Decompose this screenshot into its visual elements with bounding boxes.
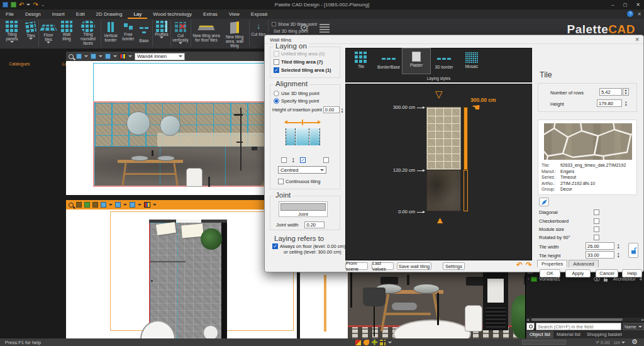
settings-button[interactable]: Settings	[443, 262, 465, 270]
module-size-option[interactable]: Module size	[539, 226, 599, 232]
ribbon-vertical-border-button[interactable]: Vertical border	[102, 19, 119, 42]
viewport-elevation[interactable]: Wand4 innen	[66, 52, 297, 195]
rotated-90-checkbox[interactable]	[594, 235, 599, 240]
chevron-down-icon[interactable]	[109, 204, 113, 206]
laying-refers-option[interactable]: Always on floor (level: 0.00 cm) or ceil…	[272, 243, 345, 255]
tile-height-input[interactable]	[586, 251, 614, 259]
zoom-icon[interactable]	[69, 54, 74, 59]
bottom-marker-icon[interactable]: ▲	[435, 215, 445, 225]
ribbon-wall-tiling-button[interactable]: Wall tiling	[58, 19, 75, 41]
chevron-down-icon[interactable]	[388, 342, 392, 343]
minimize-icon[interactable]: –	[611, 2, 614, 8]
camera-icon[interactable]	[92, 202, 98, 208]
joint-width-input[interactable]	[304, 221, 325, 228]
last-values-button[interactable]: Last values	[372, 262, 394, 270]
chevron-down-icon[interactable]	[153, 204, 157, 206]
ribbon-tiling-rounded-faces-button[interactable]: Tiling rounded faces	[76, 19, 100, 45]
view-mode-icon[interactable]	[115, 202, 121, 208]
use-3d-point-radio[interactable]	[274, 91, 279, 96]
tab-object-list[interactable]: Object list	[526, 331, 553, 338]
list-settings-icon[interactable]	[319, 23, 330, 33]
chevron-down-icon[interactable]	[123, 204, 127, 206]
pin-icon[interactable]: ↨	[617, 243, 620, 249]
from-scene-button[interactable]: From scene	[345, 262, 368, 270]
dialog-close-icon[interactable]: ✕	[635, 36, 640, 43]
rows-spinner[interactable]: ▲▼	[623, 88, 629, 96]
ribbon-floor-tiles-button[interactable]: Floor tiles	[40, 19, 57, 43]
pick-tile-button[interactable]	[539, 198, 549, 206]
tab-properties[interactable]: Properties	[537, 260, 567, 267]
show-3d-tiling-point-option[interactable]: Show 3D tiling point	[272, 22, 317, 26]
align-left-checkbox[interactable]	[281, 157, 287, 163]
laying-refers-checkbox[interactable]	[272, 243, 278, 249]
ribbon-new-tiling-area-floor-button[interactable]: New tiling area for floor tiles	[192, 19, 220, 42]
zoom-icon[interactable]	[69, 203, 74, 208]
top-marker-icon[interactable]: ▽	[435, 89, 443, 99]
ribbon-cut-vertically-button[interactable]: ✕ Cut vertically	[172, 19, 189, 44]
view-cube-icon[interactable]	[101, 202, 106, 208]
frame-icon[interactable]	[76, 202, 82, 208]
checkerboard-option[interactable]: Checkerboard	[539, 218, 599, 224]
ribbon-new-tiling-area-wall-button[interactable]: New tiling area, wall tiling	[221, 19, 248, 48]
horizontal-scrollbar[interactable]: ◀ ▶	[526, 318, 644, 321]
diagonal-checkbox[interactable]	[594, 209, 599, 215]
maximize-icon[interactable]: ▢	[623, 3, 628, 8]
selected-area-checkbox[interactable]	[274, 67, 279, 73]
palette-icon[interactable]	[144, 202, 150, 208]
scroll-right-icon[interactable]: ▶	[641, 318, 644, 321]
view-cube-icon[interactable]	[76, 53, 82, 59]
snapshot-icon[interactable]	[84, 202, 90, 208]
help-icon[interactable]: ?	[627, 11, 633, 17]
pin-icon[interactable]: ↨	[292, 157, 295, 163]
height-input[interactable]	[597, 99, 622, 107]
gear-icon[interactable]: ⚙	[299, 21, 309, 35]
tab-advanced[interactable]: Advanced	[569, 260, 598, 267]
spin-down-icon[interactable]: ▼	[623, 92, 628, 95]
view-selector[interactable]: Wand4 innen	[135, 53, 185, 60]
style-3d-border[interactable]: 3D border	[430, 48, 458, 74]
continuous-tiling-checkbox[interactable]	[278, 179, 284, 184]
tiled-area-checkbox[interactable]	[274, 59, 279, 65]
ribbon-free-border-button[interactable]: Free border	[121, 19, 136, 41]
close-ribbon-icon[interactable]: ✕	[637, 11, 641, 17]
help-button[interactable]: Help	[622, 269, 642, 277]
menu-insert[interactable]: Insert	[47, 9, 70, 19]
ribbon-profiles-button[interactable]: Profiles	[153, 19, 170, 38]
elevation-canvas[interactable]	[66, 61, 297, 195]
menu-edit[interactable]: Edit	[70, 9, 91, 19]
ok-button[interactable]: OK	[540, 269, 560, 277]
number-of-rows-input[interactable]	[599, 88, 622, 96]
show-3d-tiling-point-checkbox[interactable]	[272, 22, 276, 26]
chevron-down-icon[interactable]	[128, 55, 132, 57]
cancel-button[interactable]: Cancel	[596, 269, 618, 277]
tiled-area-option[interactable]: Tiled tiling area (7)	[274, 59, 323, 65]
pin-icon[interactable]: ↨	[625, 100, 628, 106]
selected-area-option[interactable]: Selected tiling area (1)	[274, 67, 331, 73]
eye-icon[interactable]	[594, 277, 600, 281]
dialog-undo-icon[interactable]: ↶	[516, 260, 523, 269]
chevron-down-icon[interactable]	[113, 55, 117, 57]
rotated-90-option[interactable]: Rotated by 90°	[539, 235, 599, 240]
insertion-height-input[interactable]	[323, 106, 340, 113]
style-mosaic[interactable]: Mosaic	[458, 48, 486, 74]
module-size-checkbox[interactable]	[594, 226, 599, 232]
menu-expose[interactable]: Exposé	[245, 9, 274, 19]
expander-icon[interactable]: ›	[528, 277, 529, 281]
apply-button[interactable]: Apply	[565, 269, 591, 277]
render-mode-icon[interactable]	[105, 53, 111, 59]
menu-file[interactable]: File	[0, 9, 19, 19]
specify-point-radio[interactable]	[274, 98, 279, 104]
ribbon-tiles-button[interactable]: Tiles	[24, 19, 38, 40]
palette-icon[interactable]	[119, 53, 126, 59]
style-tile[interactable]: Tile	[347, 48, 375, 74]
shadow-icon[interactable]	[364, 340, 369, 345]
viewport-floorplan[interactable]	[66, 200, 297, 338]
menu-2d-drawing[interactable]: 2D Drawing	[91, 9, 128, 19]
menu-view[interactable]: View	[223, 9, 245, 19]
use-3d-point-option[interactable]: Use 3D tiling point	[274, 91, 319, 96]
scroll-left-icon[interactable]: ◀	[526, 318, 529, 321]
align-centre-checkbox[interactable]	[300, 157, 306, 163]
wall-preview[interactable]: 300.00 cm 120.20 cm 0.00 cm 300.00 cm ☛ …	[345, 84, 532, 260]
continuous-tiling-option[interactable]: Continuous tiling	[278, 179, 320, 184]
diagonal-option[interactable]: Diagonal	[539, 209, 599, 215]
